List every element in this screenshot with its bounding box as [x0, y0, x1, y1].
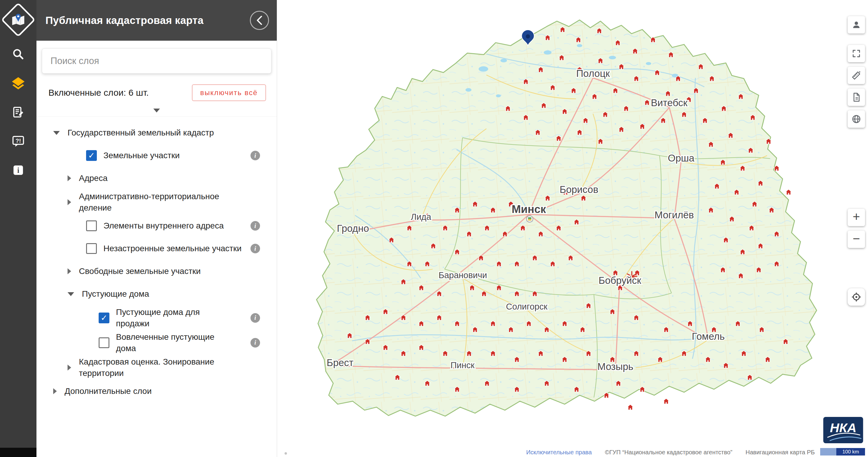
measure-button[interactable] [848, 67, 865, 84]
rail-layers-button[interactable] [0, 68, 36, 97]
checkbox-unchecked[interactable] [99, 337, 110, 348]
expand-arrow-icon[interactable] [53, 131, 60, 135]
tree-item-internal-address-elements[interactable]: Элементы внутреннего адреса i [36, 215, 277, 237]
faq-icon: ?! [12, 135, 25, 147]
collapse-panel-button[interactable] [250, 11, 269, 30]
tree-item-label: Земельные участки [103, 150, 180, 161]
zoom-in-button[interactable]: + [848, 209, 865, 226]
checkbox-unchecked[interactable] [86, 243, 97, 254]
layer-search-box [42, 49, 271, 74]
minsk-emblem-icon[interactable] [526, 216, 533, 222]
zoom-out-button[interactable]: − [848, 231, 865, 248]
rail-info-button[interactable]: i [0, 155, 36, 184]
plus-icon: + [853, 210, 860, 223]
chevron-left-icon [256, 16, 263, 25]
city-label: Гродно [337, 223, 369, 234]
app-logo[interactable] [0, 0, 36, 39]
info-icon-button[interactable]: i [250, 313, 260, 323]
tree-item-state-land-cadastre[interactable]: Государственный земельный кадастр [36, 121, 277, 144]
rail-search-button[interactable] [0, 39, 36, 68]
panel-header: Публичная кадастровая карта [36, 0, 277, 41]
page-title: Публичная кадастровая карта [45, 15, 204, 26]
app-root: ?! i Публичная кадастровая карта Включен… [0, 0, 868, 457]
info-icon-button[interactable]: i [250, 221, 260, 231]
expand-arrow-icon[interactable] [67, 292, 74, 296]
city-label: Пинск [451, 361, 474, 370]
collapsed-arrow-icon[interactable] [67, 365, 71, 371]
city-label: Гомель [692, 331, 724, 342]
house-marker[interactable] [785, 189, 792, 195]
globe-icon [851, 114, 861, 124]
tree-item-label: Пустующие дома для продажи [116, 307, 221, 329]
house-marker[interactable] [663, 398, 669, 404]
tree-item-label: Элементы внутреннего адреса [103, 220, 224, 231]
tree-item-label: Вовлеченные пустующие дома [116, 332, 221, 354]
collapsed-arrow-icon[interactable] [67, 175, 71, 181]
rail-bottom-strip [0, 448, 36, 457]
tree-item-involved-empty-houses[interactable]: Вовлеченные пустующие дома i [36, 330, 277, 355]
tree-item-label: Свободные земельные участки [79, 265, 200, 277]
info-icon-button[interactable]: i [250, 151, 260, 160]
tree-item-label: Кадастровая оценка. Зонирование территор… [79, 356, 234, 379]
map-area: ПолоцкВитебскОршаБорисовМинскМогилёвЛида… [277, 0, 868, 457]
measure-icon [851, 70, 861, 80]
city-label: Солигорск [506, 302, 548, 311]
tree-item-additional-layers[interactable]: Дополнительные слои [36, 380, 277, 403]
globe-button[interactable] [848, 110, 865, 128]
user-account-button[interactable] [848, 16, 865, 33]
export-button[interactable] [848, 88, 865, 106]
search-icon [12, 48, 25, 61]
tree-item-label: Государственный земельный кадастр [67, 127, 214, 139]
city-label: Брест [327, 357, 353, 368]
tree-item-cadastral-valuation-zoning[interactable]: Кадастровая оценка. Зонирование территор… [36, 355, 277, 380]
enabled-layers-label: Включенные слои: 6 шт. [49, 88, 149, 98]
belarus-outline [316, 20, 816, 416]
exclusive-rights-link[interactable]: Исключительные права [526, 449, 591, 456]
tree-item-addresses[interactable]: Адреса [36, 167, 277, 190]
checkbox-checked[interactable]: ✓ [99, 313, 110, 323]
checkbox-unchecked[interactable] [86, 221, 97, 231]
tree-item-admin-territorial[interactable]: Административно-территориальное деление [36, 190, 277, 215]
info-icon-button[interactable]: i [250, 338, 260, 347]
nav-map-text: Навигационная карта РБ [745, 449, 815, 456]
collapse-list-toggle[interactable] [36, 105, 277, 117]
collapsed-arrow-icon[interactable] [53, 388, 57, 394]
city-label: Мозырь [597, 361, 633, 372]
svg-text:?!: ?! [16, 137, 21, 144]
scale-label: 100 km [836, 448, 865, 456]
layer-search-input[interactable] [51, 56, 263, 66]
info-icon: i [12, 164, 24, 176]
city-label: Бобруйск [599, 275, 642, 286]
disable-all-button[interactable]: выключить всё [192, 84, 266, 101]
checkbox-checked[interactable]: ✓ [86, 150, 97, 161]
tree-item-empty-houses-for-sale[interactable]: ✓ Пустующие дома для продажи i [36, 305, 277, 330]
city-label: Минск [512, 203, 546, 215]
layers-panel: Публичная кадастровая карта Включенные с… [36, 0, 277, 457]
fullscreen-button[interactable] [848, 45, 865, 62]
tree-item-label: Адреса [79, 173, 107, 184]
layers-icon [11, 76, 25, 90]
chevron-down-icon [153, 109, 160, 112]
collapsed-arrow-icon[interactable] [67, 199, 71, 205]
tree-item-empty-houses[interactable]: Пустующие дома [36, 283, 277, 305]
rail-faq-button[interactable]: ?! [0, 126, 36, 155]
rail-survey-button[interactable] [0, 97, 36, 126]
info-icon-button[interactable]: i [250, 244, 260, 253]
map-canvas[interactable]: ПолоцкВитебскОршаБорисовМинскМогилёвЛида… [277, 0, 868, 457]
city-label: Барановичи [438, 270, 487, 280]
tree-item-land-plots[interactable]: ✓ Земельные участки i [36, 144, 277, 167]
city-label: Полоцк [576, 68, 610, 79]
house-marker[interactable] [627, 404, 633, 410]
tree-item-undeveloped-land-plots[interactable]: Незастроенные земельные участки i [36, 237, 277, 260]
locate-me-button[interactable] [848, 288, 865, 306]
tree-item-free-land-plots[interactable]: Свободные земельные участки [36, 260, 277, 283]
city-label: Лида [411, 212, 431, 222]
tree-item-label: Пустующие дома [82, 288, 149, 300]
locate-icon [851, 292, 861, 302]
nka-logo: НКА [823, 415, 864, 446]
collapsed-arrow-icon[interactable] [67, 268, 71, 274]
user-icon [851, 20, 861, 30]
svg-text:НКА: НКА [830, 421, 857, 435]
city-label: Борисов [560, 184, 598, 195]
city-label: Витебск [651, 97, 687, 108]
